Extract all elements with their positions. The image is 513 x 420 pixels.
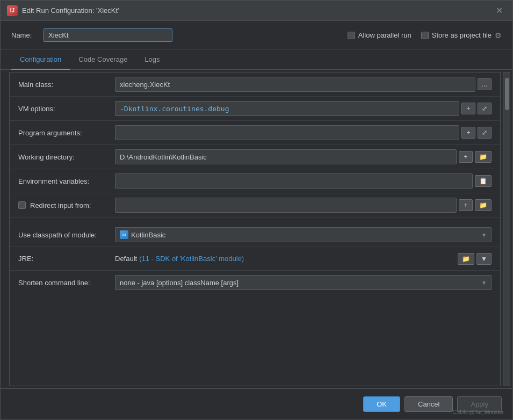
scrollbar[interactable] — [503, 72, 510, 386]
form-area: Main class: ... VM options: + ⤢ — [9, 72, 501, 386]
vm-options-input-area: + ⤢ — [115, 101, 492, 116]
vm-options-row: VM options: + ⤢ — [10, 97, 500, 121]
allow-parallel-option[interactable]: Allow parallel run — [348, 31, 411, 39]
program-args-input-area: + ⤢ — [115, 125, 492, 140]
jre-label: JRE: — [18, 255, 115, 263]
allow-parallel-label: Allow parallel run — [358, 31, 411, 39]
store-project-checkbox[interactable] — [421, 32, 429, 39]
env-vars-copy-button[interactable]: 📋 — [475, 175, 492, 187]
header-options: Allow parallel run Store as project file… — [348, 31, 502, 40]
working-dir-label: Working directory: — [18, 153, 115, 161]
jre-row: JRE: Default (11 - SDK of 'KotlinBasic' … — [10, 247, 500, 271]
tab-code-coverage[interactable]: Code Coverage — [70, 50, 136, 70]
content-area: Main class: ... VM options: + ⤢ — [1, 70, 512, 388]
name-row: Name: Allow parallel run Store as projec… — [1, 21, 512, 50]
classpath-module-label: Use classpath of module: — [18, 231, 115, 239]
main-class-row: Main class: ... — [10, 73, 500, 97]
classpath-module-row: Use classpath of module: M KotlinBasic ▼ — [10, 223, 500, 247]
shorten-command-row: Shorten command line: none - java [optio… — [10, 271, 500, 294]
classpath-module-value: KotlinBasic — [131, 231, 165, 239]
shorten-command-arrow: ▼ — [481, 280, 487, 286]
gear-icon[interactable]: ⚙ — [495, 31, 502, 40]
working-dir-add-button[interactable]: + — [459, 151, 473, 163]
jre-browse-button[interactable]: 📁 — [458, 253, 474, 265]
working-dir-browse-button[interactable]: 📁 — [475, 151, 492, 163]
vm-options-input[interactable] — [115, 101, 459, 116]
main-class-input-area: ... — [115, 77, 492, 92]
tabs-row: Configuration Code Coverage Logs — [1, 50, 512, 70]
program-args-expand-button[interactable]: ⤢ — [478, 127, 492, 139]
redirect-checkbox[interactable] — [18, 201, 26, 209]
env-vars-input[interactable] — [115, 173, 473, 189]
redirect-row: Redirect input from: + 📁 — [10, 193, 500, 218]
name-input[interactable] — [44, 28, 172, 42]
program-args-label: Program arguments: — [18, 129, 115, 137]
program-args-input[interactable] — [115, 125, 459, 140]
vm-options-label: VM options: — [18, 105, 115, 113]
store-project-option[interactable]: Store as project file ⚙ — [421, 31, 502, 40]
module-icon: M — [120, 230, 128, 239]
working-dir-input[interactable] — [115, 149, 457, 164]
working-dir-input-area: + 📁 — [115, 149, 492, 164]
tab-logs[interactable]: Logs — [136, 50, 168, 70]
main-class-browse-button[interactable]: ... — [478, 78, 492, 90]
redirect-label: Redirect input from: — [30, 201, 111, 209]
shorten-command-input-area: none - java [options] className [args] ▼ — [115, 275, 492, 290]
env-vars-row: Environment variables: 📋 — [10, 169, 500, 193]
form-separator — [10, 218, 500, 223]
jre-secondary: (11 - SDK of 'KotlinBasic' module) — [139, 255, 244, 263]
jre-input-area: Default (11 - SDK of 'KotlinBasic' modul… — [115, 253, 492, 265]
close-button[interactable]: ✕ — [493, 4, 506, 17]
jre-dropdown-button[interactable]: ▼ — [476, 253, 492, 265]
env-vars-input-area: 📋 — [115, 173, 492, 189]
scroll-thumb[interactable] — [505, 78, 509, 110]
classpath-module-arrow: ▼ — [481, 232, 487, 238]
vm-options-expand-button[interactable]: ⤢ — [478, 103, 492, 114]
redirect-input-area: + 📁 — [115, 198, 492, 213]
working-dir-row: Working directory: + 📁 — [10, 145, 500, 169]
main-class-input[interactable] — [115, 77, 475, 92]
shorten-command-value: none - java [options] className [args] — [120, 279, 239, 287]
dialog: IJ Edit Run Configuration: 'XiecKt' ✕ Na… — [0, 0, 513, 420]
program-args-add-button[interactable]: + — [461, 127, 475, 139]
dialog-title: Edit Run Configuration: 'XiecKt' — [22, 6, 493, 15]
app-icon: IJ — [7, 5, 18, 16]
footer: OK Cancel Apply — [1, 388, 512, 419]
ok-button[interactable]: OK — [363, 396, 400, 412]
tab-configuration[interactable]: Configuration — [11, 50, 70, 70]
watermark: CSDN @Tai_Monster — [452, 409, 504, 415]
redirect-input[interactable] — [115, 198, 457, 213]
cancel-button[interactable]: Cancel — [404, 396, 453, 412]
allow-parallel-checkbox[interactable] — [348, 32, 355, 39]
program-args-row: Program arguments: + ⤢ — [10, 121, 500, 145]
store-project-label: Store as project file — [432, 31, 492, 39]
redirect-browse-button[interactable]: 📁 — [475, 199, 492, 211]
title-bar: IJ Edit Run Configuration: 'XiecKt' ✕ — [1, 1, 512, 21]
vm-options-add-button[interactable]: + — [461, 103, 475, 114]
main-class-label: Main class: — [18, 81, 115, 89]
jre-value: Default (11 - SDK of 'KotlinBasic' modul… — [115, 255, 456, 263]
classpath-module-dropdown[interactable]: M KotlinBasic ▼ — [115, 227, 492, 242]
classpath-module-input-area: M KotlinBasic ▼ — [115, 227, 492, 242]
name-label: Name: — [11, 31, 38, 39]
env-vars-label: Environment variables: — [18, 177, 115, 185]
shorten-command-dropdown[interactable]: none - java [options] className [args] ▼ — [115, 275, 492, 290]
redirect-add-button[interactable]: + — [459, 199, 473, 211]
jre-primary: Default — [115, 255, 137, 263]
shorten-command-label: Shorten command line: — [18, 279, 115, 287]
